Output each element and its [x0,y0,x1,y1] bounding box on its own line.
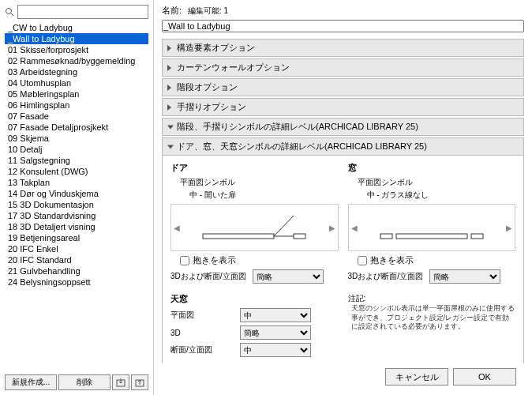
plan-symbol-label: 平面図シンボル [180,177,339,188]
note-body: 天窓のシンボル表示は単一平面屋根のみに使用する事ができ、プロジェクト設定/レガシ… [351,304,516,332]
list-item[interactable]: 05 Møbleringsplan [5,88,148,100]
svg-rect-10 [471,234,483,239]
skylight-3d-select[interactable]: 簡略 [240,325,311,340]
door-title: ドア [170,162,339,174]
search-input[interactable] [17,5,148,19]
list-item[interactable]: 06 Himlingsplan [5,100,148,111]
skylight-section-select[interactable]: 中 [240,343,311,357]
door-hug-checkbox[interactable] [180,256,189,265]
prev-icon[interactable]: ◀ [350,221,358,234]
window-3d-label: 3Dおよび断面/立面図 [348,271,424,282]
door-3d-label: 3Dおよび断面/立面図 [170,271,246,282]
panel-header[interactable]: ドア、窓、天窓シンボルの詳細レベル(ARCHICAD LIBRARY 25) [162,137,524,156]
editable-count: 編集可能: 1 [188,6,228,17]
svg-rect-9 [396,234,467,239]
sidebar: _CW to Ladybug_Wall to Ladybug01 Skisse/… [0,0,154,395]
prev-icon[interactable]: ◀ [173,221,181,234]
panel-body-door-window: ドア 平面図シンボル 中 - 開いた扉 ◀ ▶ 抱きを表示 3Dおよび断面/立面… [162,156,524,363]
svg-point-0 [6,9,12,14]
list-item[interactable]: 03 Arbeidstegning [5,66,148,77]
preset-list[interactable]: _CW to Ladybug_Wall to Ladybug01 Skisse/… [5,22,148,371]
list-item[interactable]: 20 IFC Enkel [5,243,148,254]
next-icon[interactable]: ▶ [328,221,336,234]
panel-header[interactable]: カーテンウォールオプション [162,58,524,77]
svg-line-6 [274,216,294,236]
list-item[interactable]: 02 Rammesøknad/byggemelding [5,55,148,66]
skylight-title: 天窓 [170,293,339,305]
next-icon[interactable]: ▶ [505,221,513,234]
note-title: 注記: [348,293,516,304]
name-label: 名前: [162,5,182,17]
list-item[interactable]: 15 3D Dokumentasjon [5,199,148,210]
svg-rect-4 [203,234,274,239]
export-icon[interactable] [131,374,148,390]
skylight-3d-label: 3D [170,329,234,337]
skylight-plan-select[interactable]: 中 [240,308,311,322]
window-3d-select[interactable]: 簡略 [429,269,500,284]
panel-header[interactable]: 階段オプション [162,78,524,96]
list-item[interactable]: 07 Fasade [5,111,148,122]
svg-line-1 [11,13,13,16]
list-item[interactable]: 21 Gulvbehandling [5,265,148,276]
window-preview: ◀ ▶ [348,204,516,251]
cancel-button[interactable]: キャンセル [385,368,448,386]
list-item[interactable]: 01 Skisse/forprosjekt [5,44,148,55]
list-item[interactable]: 18 3D Detaljert visning [5,221,148,232]
window-plan-value: 中 - ガラス線なし [367,190,516,201]
search-icon [5,7,14,17]
plan-symbol-label: 平面図シンボル [358,177,516,188]
window-hug-checkbox[interactable] [358,256,367,265]
list-item[interactable]: 19 Betjeningsareal [5,232,148,243]
list-item[interactable]: 20 IFC Standard [5,254,148,265]
new-preset-button[interactable]: 新規作成... [5,374,57,390]
list-item[interactable]: 07 Fasade Detaljprosjkekt [5,122,148,133]
list-item[interactable]: 04 Utomhusplan [5,77,148,88]
list-item[interactable]: _Wall to Ladybug [5,33,148,44]
import-icon[interactable] [112,374,129,390]
list-item[interactable]: 12 Konsulent (DWG) [5,166,148,177]
door-3d-select[interactable]: 簡略 [253,269,324,284]
name-input[interactable] [162,20,524,32]
list-item[interactable]: 11 Salgstegning [5,155,148,166]
svg-rect-8 [380,234,392,239]
door-plan-value: 中 - 開いた扉 [189,190,339,201]
panel-header[interactable]: 階段、手摺りシンボルの詳細レベル(ARCHICAD LIBRARY 25) [162,118,524,136]
skylight-section-label: 断面/立面図 [170,344,234,356]
list-item[interactable]: 14 Dør og Vinduskjema [5,188,148,199]
delete-preset-button[interactable]: 削除 [58,374,111,390]
panel-header[interactable]: 手摺りオプション [162,98,524,116]
window-title: 窓 [348,162,516,174]
detail-pane: 名前: 編集可能: 1 構造要素オプションカーテンウォールオプション階段オプショ… [154,0,532,395]
list-item[interactable]: 17 3D Standardvisning [5,210,148,221]
list-item[interactable]: 10 Detalj [5,144,148,155]
list-item[interactable]: 09 Skjema [5,133,148,144]
window-hug-label: 抱きを表示 [370,254,414,266]
door-preview: ◀ ▶ [170,204,339,251]
skylight-plan-label: 平面図 [170,310,234,321]
panel-header[interactable]: 構造要素オプション [162,39,524,57]
list-item[interactable]: 13 Takplan [5,177,148,188]
door-hug-label: 抱きを表示 [193,254,236,266]
svg-rect-5 [294,234,305,239]
list-item[interactable]: _CW to Ladybug [5,22,148,33]
list-item[interactable]: 24 Belysningsoppsett [5,276,148,288]
ok-button[interactable]: OK [453,368,516,386]
